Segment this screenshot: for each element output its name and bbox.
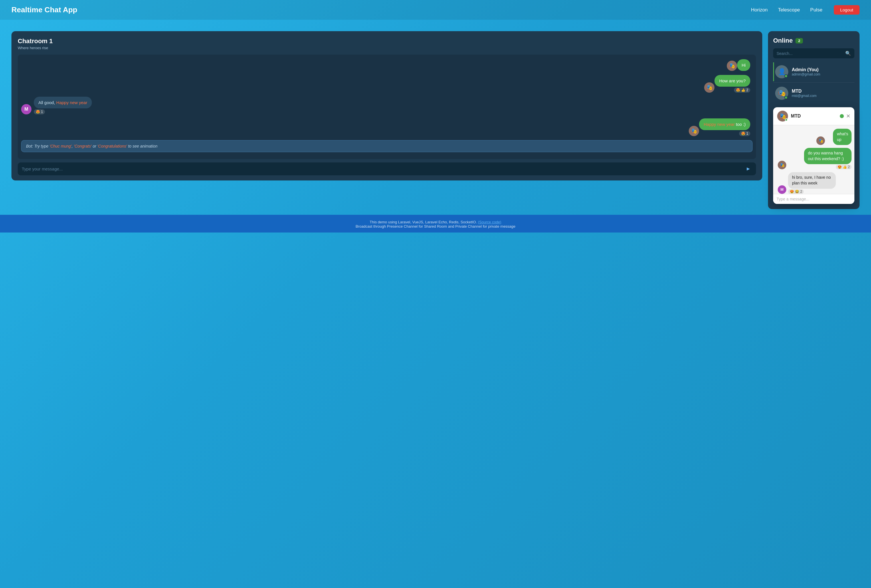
online-panel: Online 2 🔍 👤 Admin (You) admin@gmail.com…: [768, 31, 859, 209]
reactions: 😍 👍 2: [734, 88, 750, 93]
messages-area: Hi 🎭 How are you? 😍 👍 2 🎭 M: [18, 55, 756, 159]
online-count-badge: 2: [795, 38, 803, 43]
table-row: M All good, Happy new year 😍 1: [21, 97, 753, 114]
online-header: Online 2: [773, 37, 855, 44]
online-status-dot: [784, 96, 788, 99]
avatar: 🎭: [778, 161, 786, 169]
footer-line1: This demo using Laravel, VueJS, Laravel …: [6, 220, 865, 224]
send-button[interactable]: ►: [745, 165, 752, 173]
avatar: M: [778, 185, 786, 194]
nav-links: Horizon Telescope Pulse: [751, 7, 822, 13]
dm-input-area: [773, 194, 855, 204]
avatar: 🎭: [816, 136, 825, 145]
app-brand: Realtime Chat App: [12, 6, 77, 14]
dm-chat-bubble: do you wanna hang out this weekend? :): [804, 148, 852, 164]
divider: [773, 82, 855, 83]
reactions: 😍 😂 2: [788, 190, 804, 194]
table-row: How are you? 😍 👍 2 🎭: [21, 75, 753, 93]
dm-chat-bubble: hi bro, sure, I have no plan this week: [788, 172, 836, 188]
dm-chat-bubble: what's up: [833, 129, 852, 145]
user-name: Admin (You): [792, 67, 820, 72]
bot-message: Bot: Try type 'Chuc mung', 'Congrats' or…: [21, 140, 753, 152]
table-row: do you wanna hang out this weekend? :) 😍…: [776, 148, 852, 169]
table-row: what's up 🎭: [776, 129, 852, 145]
nav-link-horizon[interactable]: Horizon: [751, 7, 768, 13]
chat-input-area: ►: [18, 163, 756, 175]
search-bar: 🔍: [773, 48, 855, 58]
chatroom-panel: Chatroom 1 Where heroes rise Hi 🎭 How ar…: [12, 31, 762, 181]
footer: This demo using Laravel, VueJS, Laravel …: [0, 215, 871, 233]
user-name: MTD: [792, 89, 817, 94]
user-email: mtd@gmail.com: [792, 94, 817, 98]
source-code-link[interactable]: (Source code): [478, 220, 501, 224]
dm-header: 🎭 MTD ✕: [773, 107, 855, 125]
chat-bubble: Happy new year too :): [699, 118, 750, 130]
chat-bubble: Hi: [737, 59, 750, 71]
table-row: Happy new year too :) 😍 1 🎭: [21, 118, 753, 136]
chat-bubble: How are you?: [714, 75, 750, 87]
avatar: M: [21, 104, 31, 114]
list-item[interactable]: 👤 Admin (You) admin@gmail.com: [773, 62, 855, 81]
search-icon: 🔍: [845, 51, 851, 56]
user-email: admin@gmail.com: [792, 72, 820, 76]
dm-input[interactable]: [777, 197, 851, 201]
avatar: 🎭: [704, 82, 714, 93]
dm-online-dot: [785, 118, 788, 121]
footer-line2: Broadcast through Presence Channel for S…: [6, 224, 865, 228]
list-item[interactable]: 🎭 MTD mtd@gmail.com: [773, 84, 855, 103]
chat-input[interactable]: [22, 166, 745, 171]
reactions: 😍 👍 2: [836, 165, 852, 169]
dm-name: MTD: [791, 113, 840, 119]
chat-bubble: All good, Happy new year: [34, 97, 92, 108]
dm-popup: 🎭 MTD ✕ what's up 🎭 do y: [773, 107, 855, 204]
avatar: 🎭: [689, 126, 699, 136]
dm-messages-area: what's up 🎭 do you wanna hang out this w…: [773, 125, 855, 194]
search-input[interactable]: [777, 51, 845, 56]
table-row: M hi bro, sure, I have no plan this week…: [776, 172, 852, 194]
reactions: 😍 1: [739, 131, 750, 136]
reactions: 😍 1: [34, 109, 45, 114]
nav-link-pulse[interactable]: Pulse: [810, 7, 823, 13]
navbar: Realtime Chat App Horizon Telescope Puls…: [0, 0, 871, 20]
chatroom-subtitle: Where heroes rise: [18, 46, 756, 50]
chatroom-title: Chatroom 1: [18, 37, 756, 45]
nav-link-telescope[interactable]: Telescope: [778, 7, 800, 13]
dm-online-indicator: [840, 114, 844, 118]
online-title: Online: [773, 37, 793, 44]
main-content: Chatroom 1 Where heroes rise Hi 🎭 How ar…: [0, 20, 871, 215]
avatar: 🎭: [727, 61, 737, 71]
online-status-dot: [784, 75, 788, 78]
dm-close-button[interactable]: ✕: [846, 113, 850, 119]
table-row: Hi 🎭: [21, 59, 753, 71]
logout-button[interactable]: Logout: [834, 5, 859, 15]
